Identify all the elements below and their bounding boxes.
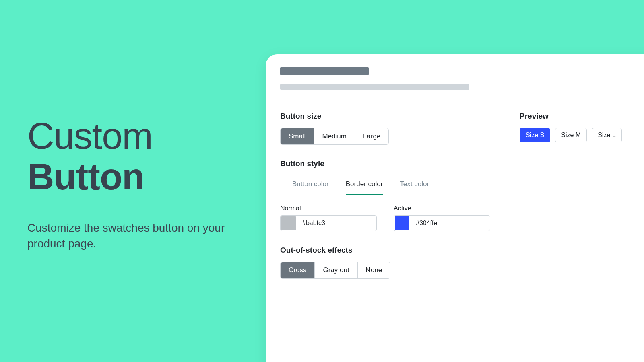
active-color-field: Active #304ffe bbox=[394, 205, 490, 231]
tab-text-color[interactable]: Text color bbox=[400, 175, 429, 195]
tab-button-color[interactable]: Button color bbox=[292, 175, 329, 195]
active-color-value: #304ffe bbox=[410, 220, 437, 227]
card-header bbox=[266, 54, 644, 99]
settings-card: Button size Small Medium Large Button st… bbox=[266, 54, 644, 362]
hero-title-line1: Custom bbox=[27, 117, 237, 156]
preview-pane: Preview Size S Size M Size L bbox=[505, 99, 644, 362]
out-of-stock-segment: Cross Gray out None bbox=[280, 262, 390, 279]
button-size-medium[interactable]: Medium bbox=[314, 128, 355, 144]
oos-none[interactable]: None bbox=[358, 262, 390, 278]
normal-color-field: Normal #babfc3 bbox=[280, 205, 377, 231]
preview-size-m[interactable]: Size M bbox=[555, 128, 587, 142]
placeholder-subtitle bbox=[280, 84, 469, 90]
settings-pane: Button size Small Medium Large Button st… bbox=[266, 99, 505, 362]
preview-label: Preview bbox=[520, 112, 638, 121]
button-size-label: Button size bbox=[280, 112, 490, 121]
preview-size-l[interactable]: Size L bbox=[592, 128, 621, 142]
out-of-stock-label: Out-of-stock effects bbox=[280, 246, 490, 255]
preview-row: Size S Size M Size L bbox=[520, 128, 638, 142]
normal-color-input[interactable]: #babfc3 bbox=[280, 215, 377, 231]
active-color-input[interactable]: #304ffe bbox=[394, 215, 490, 231]
hero: Custom Button Customize the swatches but… bbox=[27, 117, 237, 252]
button-size-large[interactable]: Large bbox=[355, 128, 388, 144]
button-size-small[interactable]: Small bbox=[281, 128, 314, 144]
placeholder-title bbox=[280, 67, 369, 75]
hero-subtitle: Customize the swatches button on your pr… bbox=[27, 220, 237, 251]
button-style-label: Button style bbox=[280, 159, 490, 168]
button-size-segment: Small Medium Large bbox=[280, 128, 389, 145]
oos-cross[interactable]: Cross bbox=[281, 262, 315, 278]
oos-grayout[interactable]: Gray out bbox=[315, 262, 357, 278]
active-color-label: Active bbox=[394, 205, 490, 212]
preview-size-s[interactable]: Size S bbox=[520, 128, 550, 142]
tab-border-color[interactable]: Border color bbox=[346, 175, 383, 195]
active-color-swatch[interactable] bbox=[395, 216, 409, 230]
normal-color-label: Normal bbox=[280, 205, 377, 212]
normal-color-swatch[interactable] bbox=[281, 216, 296, 230]
style-tabs: Button color Border color Text color bbox=[280, 175, 490, 195]
hero-title-line2: Button bbox=[27, 157, 237, 196]
normal-color-value: #babfc3 bbox=[297, 220, 325, 227]
